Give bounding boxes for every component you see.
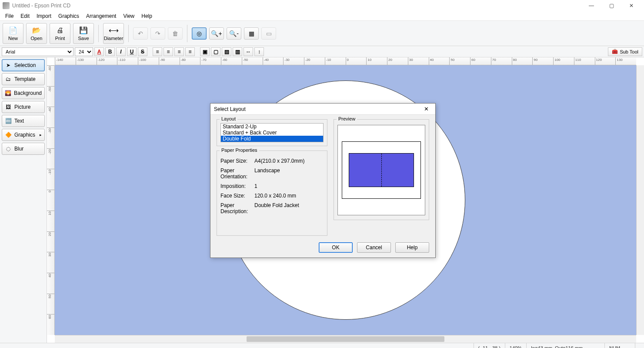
sidebar-item-label: Selection (14, 62, 36, 68)
menu-arrangement[interactable]: Arrangement (83, 12, 120, 20)
layout-item[interactable]: Standard 2-Up (221, 124, 323, 130)
subtool-icon: 🧰 (612, 49, 618, 54)
scrollbar-thumb[interactable] (247, 336, 444, 342)
menu-file[interactable]: File (2, 12, 17, 20)
font-color-button[interactable]: A (94, 47, 104, 56)
paper-properties-legend: Paper Properties (220, 147, 259, 153)
center-v-button[interactable]: ↕ (254, 47, 264, 56)
arrange-back-button[interactable]: ▢ (211, 47, 220, 56)
center-v-icon: ↕ (258, 49, 260, 55)
zoom-out-icon: 🔍- (229, 30, 239, 37)
align-center-button[interactable]: ≡ (164, 47, 173, 56)
zoom-in-button[interactable]: 🔍+ (209, 27, 224, 40)
align-left-button[interactable]: ≡ (153, 47, 162, 56)
ruler-tick: -50 (242, 57, 263, 65)
menu-graphics[interactable]: Graphics (55, 12, 83, 20)
ruler-tick: 0 (47, 190, 54, 211)
align-justify-button[interactable]: ≡ (185, 47, 195, 56)
delete-button[interactable]: 🗑 (168, 27, 183, 40)
menu-view[interactable]: View (120, 12, 138, 20)
menu-edit[interactable]: Edit (17, 12, 33, 20)
zoom-out-button[interactable]: 🔍- (227, 27, 241, 40)
help-button[interactable]: Help (395, 242, 429, 253)
layout-listbox[interactable]: Standard 2-Up Standard + Back Cover Doub… (220, 123, 324, 142)
ruler-tick: 50 (47, 294, 54, 315)
chevron-right-icon: ▸ (40, 133, 42, 137)
ruler-tick: 130 (615, 57, 636, 65)
redo-button[interactable]: ↷ (150, 27, 165, 40)
imposition-key: Imposition: (220, 183, 254, 189)
diameter-button[interactable]: ⟷Diameter (103, 23, 124, 44)
bold-button[interactable]: B (105, 47, 115, 56)
scrollbar-vertical[interactable] (636, 65, 644, 335)
menu-import[interactable]: Import (33, 12, 55, 20)
layout-fieldset: Layout Standard 2-Up Standard + Back Cov… (217, 119, 327, 146)
undo-icon: ↶ (138, 30, 143, 37)
sidebar-item-template[interactable]: 🗂Template (2, 73, 45, 85)
font-color-icon: A (97, 49, 101, 55)
ok-button[interactable]: OK (319, 242, 353, 253)
dialog-close-button[interactable]: ✕ (420, 105, 432, 114)
ruler-tick: 60 (47, 314, 54, 335)
strike-icon: S (141, 49, 144, 55)
ruler-tick: -10 (47, 169, 54, 190)
ruler-tick: -10 (325, 57, 346, 65)
arrange-backward-button[interactable]: ▥ (233, 47, 242, 56)
sidebar-item-label: Picture (14, 104, 30, 110)
status-resize-grip[interactable] (635, 343, 644, 348)
open-label: Open (31, 36, 43, 41)
new-button[interactable]: 📄New (3, 23, 23, 44)
sidebar-item-text[interactable]: 🔤Text (2, 115, 45, 127)
layout-item[interactable]: Standard + Back Cover (221, 130, 323, 136)
ruler-tick: 90 (532, 57, 553, 65)
font-select[interactable]: Arial (2, 47, 73, 56)
snap-button[interactable]: ▭ (261, 27, 276, 40)
sidebar-item-background[interactable]: 🌄Background (2, 87, 45, 99)
dialog-title-bar[interactable]: Select Layout ✕ (210, 104, 435, 115)
arrange-front-icon: ▣ (203, 49, 207, 55)
ruler-tick: 50 (449, 57, 470, 65)
ruler-tick: 30 (47, 252, 54, 273)
close-button[interactable]: ✕ (621, 0, 641, 11)
ruler-tick: -120 (97, 57, 117, 65)
dialog-button-row: OK Cancel Help (210, 240, 435, 258)
minimize-button[interactable]: — (581, 0, 601, 11)
sidebar-item-label: Template (14, 76, 36, 82)
toolbar-separator (98, 25, 99, 42)
sidebar-item-blur[interactable]: ◌Blur (2, 143, 45, 155)
arrange-front-button[interactable]: ▣ (200, 47, 210, 56)
font-size-select[interactable]: 24 (75, 47, 93, 56)
toolbar-separator (128, 25, 129, 42)
scrollbar-horizontal[interactable] (55, 335, 636, 343)
paper-size-key: Paper Size: (220, 158, 254, 164)
ruler-tick: -40 (47, 107, 54, 127)
status-dims: In=43 mm, Out=116 mm (526, 343, 604, 348)
center-h-button[interactable]: ↔ (244, 47, 253, 56)
toolbar-separator (187, 25, 187, 42)
menu-help[interactable]: Help (138, 12, 156, 20)
strike-button[interactable]: S (138, 47, 147, 56)
sidebar-item-selection[interactable]: ➤Selection (2, 59, 45, 71)
cancel-button[interactable]: Cancel (357, 242, 391, 253)
subtool-button[interactable]: 🧰Sub Tool (608, 47, 642, 56)
save-button[interactable]: 💾Save (73, 23, 94, 44)
text-icon: 🔤 (5, 117, 12, 124)
underline-icon: U (130, 49, 134, 55)
sidebar-item-graphics[interactable]: 🔶Graphics▸ (2, 129, 45, 141)
center-h-icon: ↔ (246, 49, 251, 55)
open-button[interactable]: 📂Open (26, 23, 47, 44)
imposition-value: 1 (254, 183, 257, 189)
arrange-forward-button[interactable]: ▤ (222, 47, 231, 56)
zoom-fit-button[interactable]: ◎ (192, 27, 207, 40)
underline-button[interactable]: U (127, 47, 137, 56)
status-num: NUM (604, 343, 635, 348)
grid-button[interactable]: ▦ (244, 27, 259, 40)
italic-button[interactable]: I (116, 47, 126, 56)
undo-button[interactable]: ↶ (133, 27, 148, 40)
align-right-button[interactable]: ≡ (174, 47, 184, 56)
subtool-label: Sub Tool (620, 49, 638, 54)
maximize-button[interactable]: ▢ (601, 0, 621, 11)
layout-item-selected[interactable]: Double Fold (221, 136, 323, 142)
print-button[interactable]: 🖨Print (50, 23, 70, 44)
sidebar-item-picture[interactable]: 🖼Picture (2, 101, 45, 113)
